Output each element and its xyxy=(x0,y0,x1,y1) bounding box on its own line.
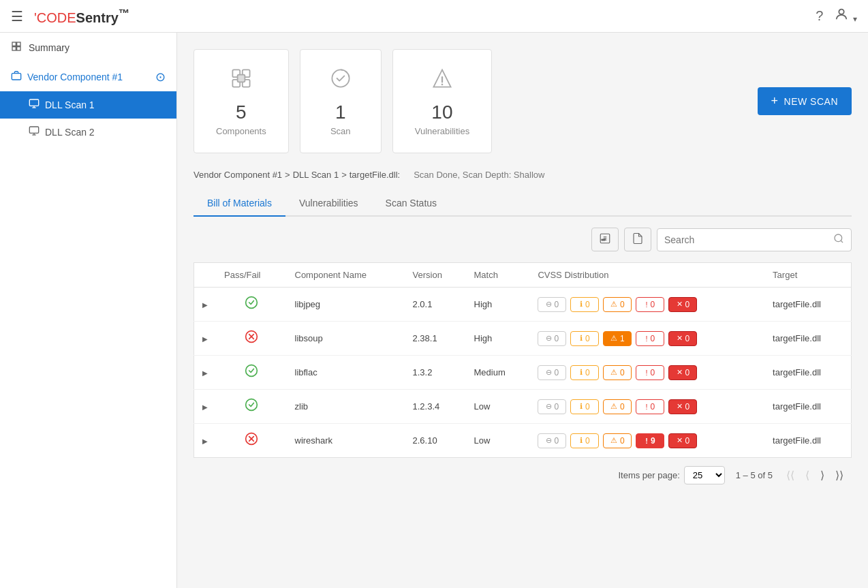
sidebar-item-dll-scan-1[interactable]: DLL Scan 1 xyxy=(0,91,176,119)
scan-icon xyxy=(328,66,353,96)
stats-row: 5 Components 1 Scan xyxy=(193,49,852,153)
vulnerabilities-card: 10 Vulnerabilities xyxy=(392,49,492,153)
target-cell: targetFile.dll xyxy=(764,288,851,322)
components-count: 5 xyxy=(236,102,247,123)
col-target: Target xyxy=(764,263,851,288)
match-cell: High xyxy=(466,288,530,322)
table-row: ▶ libsoup 2.38.1 High ⊖ 0ℹ 0⚠ 1! 0✕ 0 ta… xyxy=(194,322,852,356)
cvss-icon: ⊖ xyxy=(546,436,552,445)
plus-icon: + xyxy=(771,94,779,108)
scan-label: Scan xyxy=(330,126,351,136)
help-icon[interactable]: ? xyxy=(816,8,823,24)
sidebar-item-vendor[interactable]: Vendor Component #1 ⊙ xyxy=(0,63,176,91)
vulnerabilities-label: Vulnerabilities xyxy=(415,126,469,136)
sidebar-item-dll-scan-2[interactable]: DLL Scan 2 xyxy=(0,119,176,146)
pass-icon xyxy=(245,399,258,414)
col-match: Match xyxy=(466,263,530,288)
export-csv-button[interactable]: csv xyxy=(591,228,619,251)
svg-rect-1 xyxy=(12,42,16,46)
main-layout: Summary Vendor Component #1 ⊙ DLL Scan 1 xyxy=(0,33,868,588)
expand-cell[interactable]: ▶ xyxy=(194,356,217,390)
cvss-badge: ℹ 0 xyxy=(570,433,599,448)
prev-page-button[interactable]: ⟨ xyxy=(803,467,812,483)
new-scan-button[interactable]: + NEW SCAN xyxy=(758,87,852,115)
cvss-cell: ⊖ 0ℹ 0⚠ 0! 9✕ 0 xyxy=(529,424,764,458)
toolbar: csv xyxy=(193,228,852,251)
components-card: 5 Components xyxy=(193,49,289,153)
cvss-badge: ⊖ 0 xyxy=(538,433,566,448)
tab-bom[interactable]: Bill of Materials xyxy=(193,191,285,217)
cvss-icon: ✕ xyxy=(677,334,683,343)
scan-card: 1 Scan xyxy=(300,49,382,153)
cvss-badge: ⚠ 0 xyxy=(603,297,632,312)
items-per-page-select[interactable]: 25 50 100 xyxy=(684,466,725,484)
expand-cell[interactable]: ▶ xyxy=(194,390,217,424)
hamburger-icon[interactable]: ☰ xyxy=(11,8,23,25)
fail-icon xyxy=(245,433,258,448)
cvss-icon: ℹ xyxy=(580,368,583,377)
expand-cell[interactable]: ▶ xyxy=(194,424,217,458)
svg-point-27 xyxy=(245,297,257,309)
expand-arrow[interactable]: ▶ xyxy=(202,369,208,377)
last-page-button[interactable]: ⟩⟩ xyxy=(833,467,846,483)
search-input[interactable] xyxy=(664,234,828,245)
svg-point-32 xyxy=(245,399,257,411)
cvss-badge: ! 0 xyxy=(636,331,664,346)
cvss-badge: ✕ 0 xyxy=(668,365,697,380)
user-icon[interactable]: ▾ xyxy=(834,7,857,25)
expand-arrow[interactable]: ▶ xyxy=(202,403,208,411)
tab-vulnerabilities[interactable]: Vulnerabilities xyxy=(285,191,372,217)
items-per-page-label: Items per page: xyxy=(618,470,679,480)
cvss-badge: ℹ 0 xyxy=(570,365,599,380)
cvss-badge: ⊖ 0 xyxy=(538,297,566,312)
cvss-badge: ! 0 xyxy=(636,297,664,312)
svg-line-26 xyxy=(841,241,843,243)
expand-cell[interactable]: ▶ xyxy=(194,322,217,356)
version-cell: 1.3.2 xyxy=(405,356,466,390)
breadcrumb-scan: DLL Scan 1 xyxy=(293,170,339,180)
cvss-badge: ⊖ 0 xyxy=(538,331,566,346)
expand-arrow[interactable]: ▶ xyxy=(202,335,208,343)
cvss-badge: ! 0 xyxy=(636,365,664,380)
expand-arrow[interactable]: ▶ xyxy=(202,301,208,309)
table-row: ▶ libflac 1.3.2 Medium ⊖ 0ℹ 0⚠ 0! 0✕ 0 t… xyxy=(194,356,852,390)
svg-rect-9 xyxy=(29,127,38,133)
version-cell: 2.0.1 xyxy=(405,288,466,322)
vulnerabilities-icon xyxy=(430,66,454,96)
cvss-badge: ✕ 0 xyxy=(668,297,697,312)
match-cell: Low xyxy=(466,424,530,458)
table-row: ▶ libjpeg 2.0.1 High ⊖ 0ℹ 0⚠ 0! 0✕ 0 tar… xyxy=(194,288,852,322)
new-scan-label: NEW SCAN xyxy=(784,96,838,107)
pagination: Items per page: 25 50 100 1 – 5 of 5 ⟨⟨ … xyxy=(193,458,852,493)
top-navigation: ☰ 'CODESentry™ ? ▾ xyxy=(0,0,868,33)
first-page-button[interactable]: ⟨⟨ xyxy=(784,467,797,483)
cvss-badge: ⚠ 0 xyxy=(603,399,632,414)
dll-scan-2-icon xyxy=(29,125,40,139)
component-name-cell: libflac xyxy=(287,356,405,390)
svg-point-31 xyxy=(245,365,257,377)
match-cell: Medium xyxy=(466,356,530,390)
components-icon xyxy=(229,66,253,96)
content-area: 5 Components 1 Scan xyxy=(177,33,868,588)
brand-text: 'CODE xyxy=(34,10,76,25)
sidebar: Summary Vendor Component #1 ⊙ DLL Scan 1 xyxy=(0,33,177,588)
match-cell: Low xyxy=(466,390,530,424)
col-version: Version xyxy=(405,263,466,288)
dll-scan-1-icon xyxy=(29,98,40,112)
next-page-button[interactable]: ⟩ xyxy=(818,467,827,483)
breadcrumb-sep1: > xyxy=(285,170,290,180)
version-cell: 2.38.1 xyxy=(405,322,466,356)
cvss-badge: ℹ 0 xyxy=(570,331,599,346)
sidebar-item-summary[interactable]: Summary xyxy=(0,33,176,63)
cvss-badge: ! 0 xyxy=(636,399,664,414)
expand-arrow[interactable]: ▶ xyxy=(202,437,208,445)
cvss-badge: ✕ 0 xyxy=(668,331,697,346)
cvss-badge: ! 9 xyxy=(636,433,664,448)
export-pdf-button[interactable] xyxy=(624,228,651,251)
vulnerabilities-count: 10 xyxy=(431,102,452,123)
tab-scan-status[interactable]: Scan Status xyxy=(372,191,451,217)
cvss-icon: ! xyxy=(646,369,648,377)
svg-point-25 xyxy=(835,234,842,242)
expand-cell[interactable]: ▶ xyxy=(194,288,217,322)
cvss-badge: ⚠ 0 xyxy=(603,433,632,448)
